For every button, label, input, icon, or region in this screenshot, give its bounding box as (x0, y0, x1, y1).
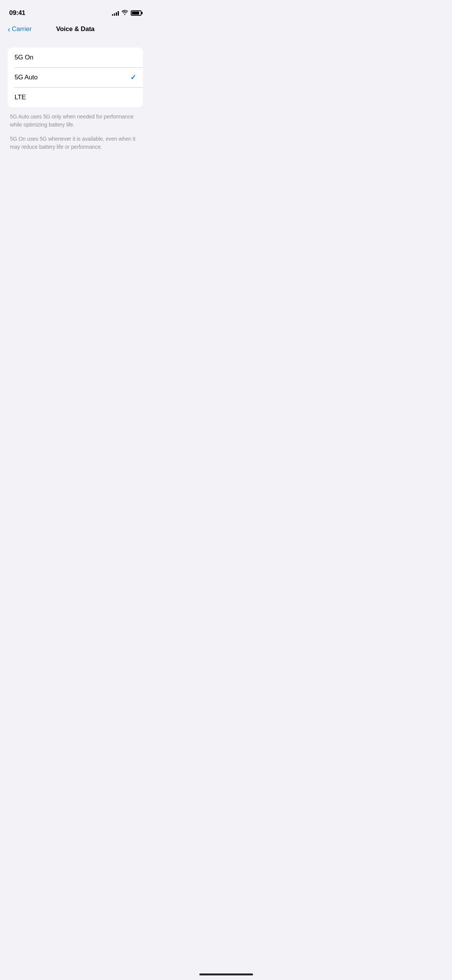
option-5g-auto[interactable]: 5G Auto ✓ (8, 67, 143, 87)
wifi-icon (122, 10, 128, 16)
signal-bar-1 (112, 14, 113, 16)
signal-bar-2 (114, 13, 115, 16)
description-5g-auto: 5G Auto uses 5G only when needed for per… (10, 113, 141, 129)
back-label: Carrier (12, 25, 32, 33)
status-icons (112, 10, 141, 16)
page-title: Voice & Data (56, 25, 94, 33)
battery-fill (132, 12, 139, 15)
status-time: 09:41 (9, 9, 25, 17)
option-5g-on[interactable]: 5G On (8, 48, 143, 67)
battery-icon (131, 10, 141, 16)
option-lte[interactable]: LTE (8, 87, 143, 107)
option-5g-auto-label: 5G Auto (15, 74, 38, 81)
options-card: 5G On 5G Auto ✓ LTE (8, 48, 143, 107)
option-lte-label: LTE (15, 94, 26, 101)
option-5g-on-label: 5G On (15, 54, 33, 61)
main-content: 5G On 5G Auto ✓ LTE 5G Auto uses 5G only… (0, 36, 151, 151)
signal-bars-icon (112, 10, 119, 16)
signal-bar-3 (116, 12, 117, 16)
signal-bar-4 (118, 11, 119, 16)
nav-bar: ‹ Carrier Voice & Data (0, 22, 151, 36)
checkmark-icon: ✓ (130, 73, 136, 82)
back-chevron-icon: ‹ (8, 25, 10, 33)
description-section: 5G Auto uses 5G only when needed for per… (8, 107, 143, 151)
status-bar: 09:41 (0, 0, 151, 21)
description-5g-on: 5G On uses 5G whenever it is available, … (10, 135, 141, 151)
back-button[interactable]: ‹ Carrier (8, 25, 32, 33)
